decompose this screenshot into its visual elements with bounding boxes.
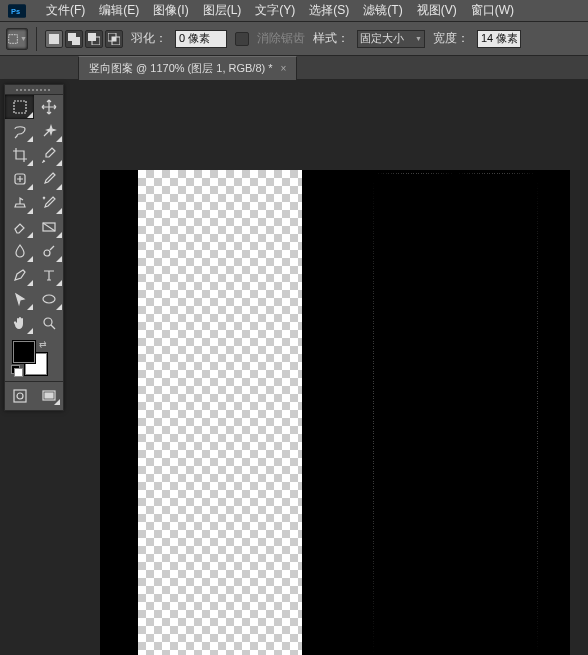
antialias-checkbox[interactable] (235, 32, 249, 46)
tool-path-select[interactable] (5, 287, 34, 311)
tool-blur[interactable] (5, 239, 34, 263)
svg-point-15 (43, 295, 55, 303)
svg-point-18 (17, 393, 23, 399)
menu-image[interactable]: 图像(I) (147, 0, 194, 21)
svg-rect-3 (49, 34, 59, 44)
toolbox-grid (5, 95, 63, 335)
style-label: 样式： (313, 30, 349, 47)
selection-marquee (373, 173, 538, 655)
tool-eyedropper[interactable] (34, 143, 63, 167)
foreground-color[interactable] (13, 341, 35, 363)
toolbox-handle[interactable] (5, 85, 63, 95)
tool-clone-stamp[interactable] (5, 191, 34, 215)
menu-layer[interactable]: 图层(L) (197, 0, 248, 21)
tool-crop[interactable] (5, 143, 34, 167)
tool-type[interactable] (34, 263, 63, 287)
quickmask-toggle[interactable] (8, 386, 32, 406)
menu-type[interactable]: 文字(Y) (249, 0, 301, 21)
antialias-label: 消除锯齿 (257, 30, 305, 47)
svg-rect-10 (112, 37, 116, 41)
reset-colors-icon[interactable] (11, 365, 21, 375)
tool-brush[interactable] (34, 167, 63, 191)
document-tab[interactable]: 竖向图案 @ 1170% (图层 1, RGB/8) * × (78, 56, 297, 80)
selection-intersect-icon[interactable] (105, 30, 123, 48)
width-input[interactable] (477, 30, 521, 48)
selection-subtract-icon[interactable] (85, 30, 103, 48)
tool-eraser[interactable] (5, 215, 34, 239)
color-swatches: ⇄ (11, 339, 63, 381)
separator (36, 27, 37, 51)
svg-rect-2 (9, 34, 18, 43)
tool-dodge[interactable] (34, 239, 63, 263)
selection-mode-group (45, 30, 123, 48)
width-label: 宽度： (433, 30, 469, 47)
app-logo: Ps (6, 3, 28, 19)
svg-rect-17 (14, 390, 26, 402)
feather-input[interactable] (175, 30, 227, 48)
menu-view[interactable]: 视图(V) (411, 0, 463, 21)
menu-filter[interactable]: 滤镜(T) (357, 0, 408, 21)
transparency-region (138, 170, 302, 655)
menu-bar: Ps 文件(F) 编辑(E) 图像(I) 图层(L) 文字(Y) 选择(S) 滤… (0, 0, 588, 22)
document-tab-title: 竖向图案 @ 1170% (图层 1, RGB/8) * (89, 61, 273, 76)
tool-lasso[interactable] (5, 119, 34, 143)
style-value: 固定大小 (360, 31, 404, 46)
svg-rect-20 (45, 393, 53, 398)
screenmode-toggle[interactable] (37, 386, 61, 406)
tool-move[interactable] (34, 95, 63, 119)
tool-zoom[interactable] (34, 311, 63, 335)
svg-point-14 (44, 250, 50, 256)
tool-magic-wand[interactable] (34, 119, 63, 143)
menu-edit[interactable]: 编辑(E) (93, 0, 145, 21)
canvas[interactable] (100, 170, 570, 655)
svg-point-16 (44, 318, 52, 326)
tool-hand[interactable] (5, 311, 34, 335)
tool-history-brush[interactable] (34, 191, 63, 215)
document-tab-strip: 竖向图案 @ 1170% (图层 1, RGB/8) * × (0, 56, 588, 80)
tool-pen[interactable] (5, 263, 34, 287)
tool-shape[interactable] (34, 287, 63, 311)
selection-add-icon[interactable] (65, 30, 83, 48)
tool-gradient[interactable] (34, 215, 63, 239)
menu-file[interactable]: 文件(F) (40, 0, 91, 21)
svg-text:Ps: Ps (11, 7, 20, 16)
current-tool-indicator[interactable]: ▼ (6, 28, 28, 50)
options-bar: ▼ 羽化： 消除锯齿 样式： 固定大小 宽度： (0, 22, 588, 56)
style-select[interactable]: 固定大小 (357, 30, 425, 48)
tool-healing[interactable] (5, 167, 34, 191)
toolbox-footer (5, 381, 63, 410)
menu-window[interactable]: 窗口(W) (465, 0, 520, 21)
close-icon[interactable]: × (281, 63, 287, 74)
swap-colors-icon[interactable]: ⇄ (39, 339, 47, 349)
selection-new-icon[interactable] (45, 30, 63, 48)
svg-rect-5 (72, 37, 80, 45)
workspace: ⇄ (0, 80, 588, 655)
tool-marquee[interactable] (5, 95, 34, 119)
menu-select[interactable]: 选择(S) (303, 0, 355, 21)
svg-rect-11 (14, 101, 26, 113)
toolbox: ⇄ (4, 84, 64, 411)
feather-label: 羽化： (131, 30, 167, 47)
